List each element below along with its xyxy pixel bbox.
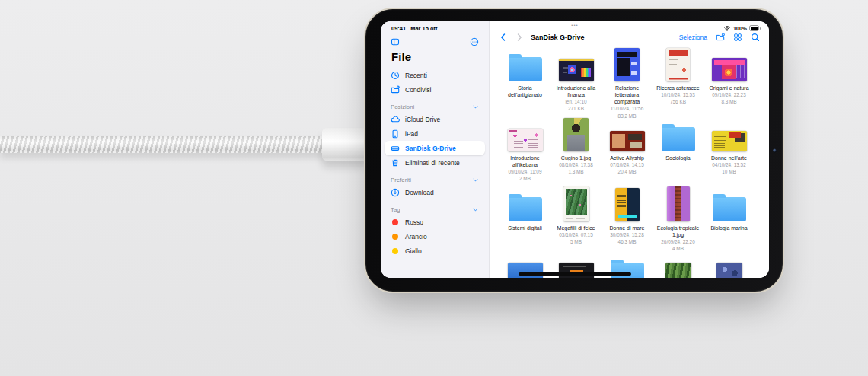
forward-chevron-icon[interactable] (515, 33, 524, 42)
file-item-donne-di-mare[interactable]: Donne di mare30/09/24, 15:2846,3 MB (602, 188, 653, 258)
sidebar-item-download[interactable]: Download (385, 185, 485, 199)
mare-thumbnail (615, 188, 640, 221)
ipad-icon (391, 129, 400, 139)
relazione-thumbnail (614, 48, 640, 81)
file-item-donne-nell-arte[interactable]: Donne nell'arte04/10/24, 13:5210 MB (704, 118, 755, 188)
thumbnail-box (704, 263, 755, 278)
partial-flower-thumbnail (716, 263, 742, 278)
file-item-relazione-letteratura-comparata[interactable]: Relazione letteratura comparata11/10/24,… (602, 48, 653, 118)
sidebar-item-arancio[interactable]: Arancio (385, 229, 485, 244)
sidebar-item-giallo[interactable]: Giallo (385, 244, 485, 258)
sidebar-item-condivisi[interactable]: Condivisi (385, 82, 485, 97)
folder-item-sistemi-digitali[interactable]: Sistemi digitali (499, 188, 550, 258)
file-date: 10/10/24, 15:53 (661, 91, 694, 98)
status-bar-left: 09:41 Mar 15 ott (391, 25, 438, 32)
folder-item-storia-dell-artigianato[interactable]: Storia dell'artigianato (499, 48, 550, 118)
file-grid[interactable]: Storia dell'artigianatoIntroduzione alla… (490, 45, 769, 278)
file-item-megafilli-di-felce[interactable]: Megafilli di felce03/10/24, 07:155 MB (550, 188, 602, 258)
file-size: 5 MB (570, 238, 582, 245)
folder-item-sociologia[interactable]: Sociologia (653, 118, 704, 188)
file-item-introduzione-all-ikebana[interactable]: Introduzione all'ikebana09/10/24, 11:092… (499, 118, 550, 188)
sidebar-section-header-posizioni[interactable]: Posizioni (385, 104, 485, 110)
thumbnail-box (653, 48, 704, 81)
sidebar-item-ipad[interactable]: iPad (385, 126, 485, 141)
file-item-active-allyship[interactable]: Active Allyship07/10/24, 14:1520,4 MB (602, 118, 653, 188)
more-options-icon[interactable] (470, 37, 479, 46)
thumbnail-box (704, 48, 755, 81)
asteracee-thumbnail (666, 48, 690, 81)
grid-view-icon[interactable] (733, 33, 742, 42)
folder-icon (509, 57, 542, 81)
file-size: 20,4 MB (618, 168, 637, 175)
status-bar-right: 100% (723, 24, 761, 32)
multitasking-dots[interactable]: ••• (571, 23, 578, 27)
thumbnail-box (653, 188, 704, 221)
folder-icon (713, 197, 746, 221)
wifi-icon (723, 24, 731, 32)
thumbnail-box (550, 48, 602, 81)
trash-icon (391, 158, 400, 167)
partial-blue-thumbnail (508, 263, 543, 278)
app-title: File (381, 46, 489, 68)
file-size: 10 MB (722, 168, 736, 175)
search-icon[interactable] (751, 33, 760, 42)
folder-title: SanDisk G-Drive (531, 33, 585, 41)
sidebar-item-icloud-drive[interactable]: iCloud Drive (385, 112, 485, 126)
sidebar-section-header-preferiti[interactable]: Preferiti (385, 177, 485, 183)
battery-icon (749, 25, 761, 31)
thumbnail-box (704, 188, 755, 221)
file-item-ricerca-asteracee[interactable]: Ricerca asteracee10/10/24, 15:53756 KB (653, 48, 704, 118)
file-item[interactable] (653, 258, 704, 278)
home-indicator[interactable] (519, 272, 631, 276)
file-item-origami-e-natura[interactable]: Origami e natura09/10/24, 22:238,3 MB (704, 48, 755, 118)
sidebar-item-eliminati-di-recente[interactable]: Eliminati di recente (385, 155, 485, 170)
sidebar-item-recenti[interactable]: Recenti (385, 68, 485, 82)
external-drive-icon (391, 144, 400, 153)
new-folder-icon[interactable] (716, 33, 725, 42)
allyship-thumbnail (610, 131, 645, 151)
folder-item-biologia-marina[interactable]: Biologia marina (704, 188, 755, 258)
sidebar-section-header-tag[interactable]: Tag (385, 206, 485, 213)
file-name: Sociologia (665, 155, 690, 161)
file-size: 271 KB (568, 105, 584, 112)
front-camera (773, 148, 777, 152)
file-item-introduzione-alla-finanza[interactable]: Introduzione alla finanzaieri, 14:10271 … (550, 48, 602, 118)
file-item-ecologia-tropicale-1-jpg[interactable]: Ecologia tropicale 1.jpg26/09/24, 22:204… (653, 188, 704, 258)
file-item[interactable] (704, 258, 755, 278)
sidebar-item-sandisk-g-drive[interactable]: SanDisk G-Drive (385, 141, 485, 155)
desk-background: ••• 09:41 Mar 15 ott File RecentiCon (0, 0, 868, 376)
tag-dot-icon (392, 248, 398, 254)
thumbnail-box (602, 48, 653, 81)
file-name: Ricerca asteracee (656, 84, 699, 91)
cugino-thumbnail (563, 118, 589, 151)
file-size: 46,3 MB (618, 238, 637, 245)
sidebar-toggle-icon[interactable] (391, 37, 400, 46)
file-name: Ecologia tropicale 1.jpg (654, 225, 703, 238)
file-size: 756 KB (670, 98, 686, 105)
ipad-screen: ••• 09:41 Mar 15 ott File RecentiCon (381, 21, 769, 278)
file-item-cugino-1-jpg[interactable]: Cugino 1.jpg08/10/24, 17:381,3 MB (550, 118, 602, 188)
thumbnail-box (602, 188, 653, 221)
select-button[interactable]: Seleziona (679, 33, 707, 41)
thumbnail-box (602, 263, 653, 278)
file-size: 4 MB (672, 245, 684, 252)
browse-toolbar: SanDisk G-Drive Seleziona (490, 30, 769, 45)
status-time: 09:41 (391, 25, 406, 32)
back-chevron-icon[interactable] (499, 33, 508, 42)
tag-dot-icon (392, 234, 398, 240)
sidebar-item-rosso[interactable]: Rosso (385, 215, 485, 229)
clock-icon (391, 71, 400, 80)
file-name: Storia dell'artigianato (501, 84, 550, 98)
thumbnail-box (499, 188, 550, 221)
sidebar-item-label: Download (405, 189, 434, 196)
sidebar-item-label: Condivisi (405, 86, 432, 94)
thumbnail-box (653, 118, 704, 151)
section-header-label: Tag (391, 206, 400, 213)
thumbnail-box (499, 48, 550, 81)
file-name: Sistemi digitali (508, 225, 542, 231)
file-name: Cugino 1.jpg (561, 155, 591, 161)
sidebar-item-label: Recenti (405, 72, 427, 79)
file-name: Active Allyship (610, 155, 644, 161)
file-name: Introduzione all'ikebana (501, 155, 550, 168)
file-date: 09/10/24, 11:09 (509, 168, 542, 175)
